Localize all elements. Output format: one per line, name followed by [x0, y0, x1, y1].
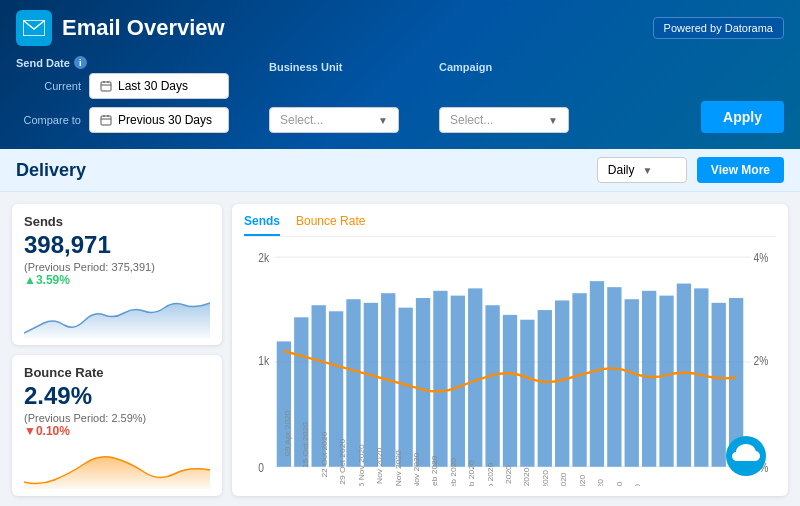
- svg-rect-26: [416, 298, 430, 467]
- svg-text:0: 0: [258, 461, 264, 474]
- sends-title: Sends: [24, 214, 210, 229]
- svg-rect-1: [101, 82, 111, 91]
- page-title: Email Overview: [62, 15, 225, 41]
- svg-rect-23: [364, 303, 378, 467]
- svg-text:2%: 2%: [753, 355, 768, 368]
- svg-rect-38: [625, 299, 639, 466]
- delivery-title: Delivery: [16, 160, 86, 181]
- svg-rect-5: [101, 116, 111, 125]
- svg-rect-37: [607, 287, 621, 467]
- campaign-select[interactable]: Select... ▼: [439, 107, 569, 133]
- svg-rect-40: [659, 296, 673, 467]
- svg-text:02 Mar 2020: 02 Mar 2020: [505, 465, 513, 486]
- svg-rect-27: [433, 291, 447, 467]
- period-select[interactable]: Daily ▼: [597, 157, 687, 183]
- compare-date-input[interactable]: Previous 30 Days: [89, 107, 229, 133]
- svg-text:16 Feb 2020: 16 Feb 2020: [468, 460, 476, 486]
- business-unit-placeholder: Select...: [280, 113, 323, 127]
- content-area: Sends 398,971 (Previous Period: 375,391)…: [0, 192, 800, 506]
- campaign-filter: Campaign Select... ▼: [439, 61, 569, 133]
- app-header: Email Overview Powered by Datorama Send …: [0, 0, 800, 149]
- svg-text:30 Mar 2020: 30 Mar 2020: [578, 474, 586, 486]
- bounce-change: ▼0.10%: [24, 424, 210, 438]
- compare-date-value: Previous 30 Days: [118, 113, 212, 127]
- svg-text:19 Nov 2020: 19 Nov 2020: [394, 450, 402, 486]
- svg-rect-39: [642, 291, 656, 467]
- svg-text:05 Nov 2020: 05 Nov 2020: [357, 444, 365, 486]
- svg-rect-41: [677, 284, 691, 467]
- svg-rect-28: [451, 296, 465, 467]
- svg-text:09 Apr 2020: 09 Apr 2020: [284, 410, 292, 456]
- bounce-card: Bounce Rate 2.49% (Previous Period: 2.59…: [12, 355, 222, 496]
- sends-card: Sends 398,971 (Previous Period: 375,391)…: [12, 204, 222, 345]
- tab-sends[interactable]: Sends: [244, 214, 280, 236]
- svg-rect-30: [485, 305, 499, 466]
- svg-text:12 Nov 2020: 12 Nov 2020: [376, 447, 384, 486]
- svg-text:23 Feb 2020: 23 Feb 2020: [486, 462, 494, 486]
- svg-text:1k: 1k: [258, 355, 269, 368]
- svg-text:02 Feb 2020: 02 Feb 2020: [431, 455, 439, 486]
- sends-change: ▲3.59%: [24, 273, 210, 287]
- current-date-value: Last 30 Days: [118, 79, 188, 93]
- chevron-down-icon-2: ▼: [548, 115, 558, 126]
- email-icon-box: [16, 10, 52, 46]
- svg-text:16 Mar 2020: 16 Mar 2020: [541, 469, 549, 486]
- svg-text:09 Feb 2020: 09 Feb 2020: [449, 457, 457, 486]
- svg-rect-33: [538, 310, 552, 467]
- business-unit-select[interactable]: Select... ▼: [269, 107, 399, 133]
- chevron-down-icon-3: ▼: [643, 165, 653, 176]
- left-cards: Sends 398,971 (Previous Period: 375,391)…: [12, 204, 222, 496]
- svg-text:20 Apr 2020: 20 Apr 2020: [634, 483, 642, 486]
- svg-rect-32: [520, 320, 534, 467]
- period-label: Daily: [608, 163, 635, 177]
- bounce-previous: (Previous Period: 2.59%): [24, 412, 210, 424]
- chevron-down-icon: ▼: [378, 115, 388, 126]
- svg-text:26 Nov 2020: 26 Nov 2020: [413, 452, 421, 486]
- svg-text:22 Oct 2020: 22 Oct 2020: [320, 431, 328, 478]
- svg-rect-36: [590, 281, 604, 467]
- svg-text:13 Apr 2020: 13 Apr 2020: [615, 481, 623, 486]
- chart-body: 2k 1k 0 4% 2% 0%: [244, 245, 776, 486]
- svg-text:09 Mar 2020: 09 Mar 2020: [523, 467, 531, 486]
- svg-text:23 Mar 2020: 23 Mar 2020: [560, 472, 568, 486]
- delivery-section-header: Delivery Daily ▼ View More: [0, 149, 800, 192]
- sends-previous: (Previous Period: 375,391): [24, 261, 210, 273]
- salesforce-badge: [724, 434, 768, 478]
- svg-rect-34: [555, 300, 569, 466]
- business-unit-filter: Business Unit Select... ▼: [269, 61, 399, 133]
- svg-text:4%: 4%: [753, 251, 768, 264]
- svg-rect-22: [346, 299, 360, 466]
- svg-text:2k: 2k: [258, 251, 269, 264]
- delivery-controls: Daily ▼ View More: [597, 157, 784, 183]
- info-icon[interactable]: i: [74, 56, 87, 69]
- bounce-title: Bounce Rate: [24, 365, 210, 380]
- powered-by-badge[interactable]: Powered by Datorama: [653, 17, 784, 39]
- sends-sparkline: [24, 293, 210, 338]
- sends-value: 398,971: [24, 231, 210, 259]
- send-date-filter: Send Date i Current Last 30 Days Compare…: [16, 56, 229, 133]
- svg-text:15 Oct 2020: 15 Oct 2020: [302, 421, 310, 468]
- view-more-button[interactable]: View More: [697, 157, 784, 183]
- svg-rect-29: [468, 288, 482, 466]
- business-unit-label: Business Unit: [269, 61, 399, 73]
- tab-bounce-rate[interactable]: Bounce Rate: [296, 214, 365, 236]
- current-date-input[interactable]: Last 30 Days: [89, 73, 229, 99]
- svg-rect-31: [503, 315, 517, 467]
- campaign-placeholder: Select...: [450, 113, 493, 127]
- svg-rect-35: [572, 293, 586, 467]
- current-label: Current: [16, 80, 81, 92]
- campaign-label: Campaign: [439, 61, 569, 73]
- apply-button[interactable]: Apply: [701, 101, 784, 133]
- bounce-value: 2.49%: [24, 382, 210, 410]
- svg-text:06 Apr 2020: 06 Apr 2020: [597, 478, 605, 486]
- chart-panel: Sends Bounce Rate 2k 1k 0 4% 2% 0%: [232, 204, 788, 496]
- svg-text:29 Oct 2020: 29 Oct 2020: [339, 438, 347, 485]
- chart-tabs: Sends Bounce Rate: [244, 214, 776, 237]
- bounce-sparkline: [24, 444, 210, 489]
- svg-text:04 May 2020: 04 May 2020: [670, 485, 678, 486]
- send-date-label: Send Date: [16, 57, 70, 69]
- compare-to-label: Compare to: [16, 114, 81, 126]
